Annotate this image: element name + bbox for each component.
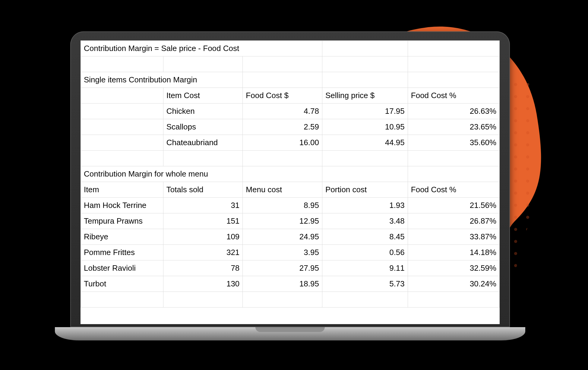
s2-menu-cost[interactable]: 3.95 [243,245,322,260]
laptop-base [55,327,525,340]
empty-cell[interactable] [163,56,243,72]
empty-cell[interactable] [81,135,163,151]
s2-menu-cost[interactable]: 24.95 [243,229,322,245]
s2-portion-cost[interactable]: 8.45 [322,229,408,245]
formula-cell[interactable]: Contribution Margin = Sale price - Food … [81,41,322,56]
laptop-lid: Contribution Margin = Sale price - Food … [70,31,510,327]
s2-portion-cost[interactable]: 5.73 [322,276,408,292]
empty-cell[interactable] [408,151,499,166]
s1-header-selling-price[interactable]: Selling price $ [322,88,408,104]
s2-header-item[interactable]: Item [81,182,163,198]
empty-cell[interactable] [243,292,322,308]
s2-food-cost-pct[interactable]: 21.56% [408,198,499,213]
s2-menu-cost[interactable]: 27.95 [243,260,322,276]
empty-cell[interactable] [322,56,408,72]
s1-selling-price[interactable]: 17.95 [322,104,408,119]
s1-selling-price[interactable]: 10.95 [322,119,408,135]
s2-portion-cost[interactable]: 3.48 [322,213,408,229]
s1-item[interactable]: Chateaubriand [163,135,243,151]
s2-food-cost-pct[interactable]: 32.59% [408,260,499,276]
s2-menu-cost[interactable]: 8.95 [243,198,322,213]
empty-cell[interactable] [408,166,499,182]
s1-item[interactable]: Scallops [163,119,243,135]
s1-item[interactable]: Chicken [163,104,243,119]
empty-cell[interactable] [81,119,163,135]
s2-header-totals-sold[interactable]: Totals sold [163,182,243,198]
s2-item[interactable]: Turbot [81,276,163,292]
s1-header-item-cost[interactable]: Item Cost [163,88,243,104]
s2-totals-sold[interactable]: 31 [163,198,243,213]
s2-portion-cost[interactable]: 1.93 [322,198,408,213]
s2-header-food-cost-pct[interactable]: Food Cost % [408,182,499,198]
s2-totals-sold[interactable]: 151 [163,213,243,229]
s2-item[interactable]: Ham Hock Terrine [81,198,163,213]
s1-header-food-cost[interactable]: Food Cost $ [243,88,322,104]
empty-cell[interactable] [322,41,408,56]
empty-cell[interactable] [81,292,163,308]
empty-cell[interactable] [163,151,243,166]
empty-cell[interactable] [243,151,322,166]
empty-cell[interactable] [322,166,408,182]
empty-cell[interactable] [408,56,499,72]
empty-cell[interactable] [81,88,163,104]
s2-portion-cost[interactable]: 9.11 [322,260,408,276]
s2-item[interactable]: Lobster Ravioli [81,260,163,276]
s2-totals-sold[interactable]: 109 [163,229,243,245]
s2-food-cost-pct[interactable]: 26.87% [408,213,499,229]
s1-food-cost-pct[interactable]: 35.60% [408,135,499,151]
s1-selling-price[interactable]: 44.95 [322,135,408,151]
s2-food-cost-pct[interactable]: 33.87% [408,229,499,245]
s2-menu-cost[interactable]: 18.95 [243,276,322,292]
s2-totals-sold[interactable]: 78 [163,260,243,276]
empty-cell[interactable] [243,166,322,182]
s2-food-cost-pct[interactable]: 14.18% [408,245,499,260]
empty-cell[interactable] [243,72,322,88]
s1-food-cost[interactable]: 4.78 [243,104,322,119]
empty-cell[interactable] [322,151,408,166]
s2-totals-sold[interactable]: 321 [163,245,243,260]
empty-cell[interactable] [81,56,163,72]
s2-header-menu-cost[interactable]: Menu cost [243,182,322,198]
s2-item[interactable]: Ribeye [81,229,163,245]
laptop-screen: Contribution Margin = Sale price - Food … [81,40,500,324]
empty-cell[interactable] [163,292,243,308]
empty-cell[interactable] [81,104,163,119]
s2-header-portion-cost[interactable]: Portion cost [322,182,408,198]
empty-cell[interactable] [243,56,322,72]
empty-cell[interactable] [81,151,163,166]
empty-cell[interactable] [408,41,499,56]
empty-cell[interactable] [322,292,408,308]
s1-food-cost-pct[interactable]: 26.63% [408,104,499,119]
s1-food-cost[interactable]: 16.00 [243,135,322,151]
laptop-frame: Contribution Margin = Sale price - Food … [55,31,525,351]
s2-item[interactable]: Pomme Frittes [81,245,163,260]
s2-menu-cost[interactable]: 12.95 [243,213,322,229]
empty-cell[interactable] [408,72,499,88]
empty-cell[interactable] [322,72,408,88]
s2-totals-sold[interactable]: 130 [163,276,243,292]
s2-portion-cost[interactable]: 0.56 [322,245,408,260]
s2-item[interactable]: Tempura Prawns [81,213,163,229]
section2-title[interactable]: Contribution Margin for whole menu [81,166,243,182]
section1-title[interactable]: Single items Contribution Margin [81,72,243,88]
s1-food-cost-pct[interactable]: 23.65% [408,119,499,135]
laptop-shadow [88,341,492,356]
spreadsheet: Contribution Margin = Sale price - Food … [81,40,500,308]
s1-food-cost[interactable]: 2.59 [243,119,322,135]
s1-header-food-cost-pct[interactable]: Food Cost % [408,88,499,104]
empty-cell[interactable] [408,292,499,308]
s2-food-cost-pct[interactable]: 30.24% [408,276,499,292]
